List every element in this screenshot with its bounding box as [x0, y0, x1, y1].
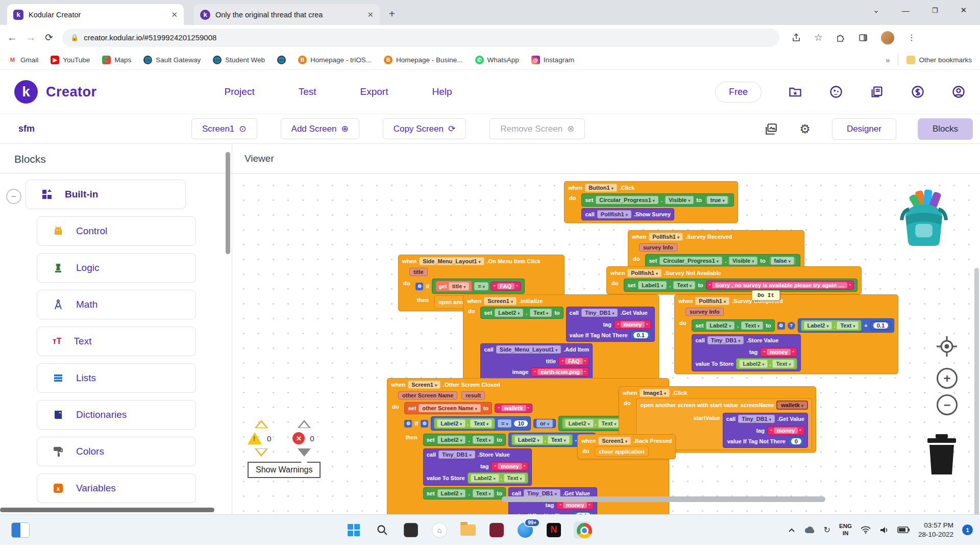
tray-chevron-icon[interactable] [788, 528, 795, 533]
community-icon[interactable] [829, 85, 843, 99]
string-block[interactable]: FAQ [558, 357, 589, 366]
tinydb-store-value-block[interactable]: callTiny_DB1.Store Value tagmoney value … [423, 448, 532, 486]
new-tab-button[interactable]: + [389, 8, 395, 20]
category-dictionaries[interactable]: Dictionaries [37, 400, 196, 430]
monetize-icon[interactable] [911, 85, 925, 99]
notification-badge[interactable]: 1 [962, 524, 973, 535]
trash-icon[interactable] [922, 433, 961, 476]
string-block[interactable]: money [614, 320, 651, 329]
profile-avatar[interactable] [881, 31, 894, 44]
event-param[interactable]: survey Info [639, 243, 677, 252]
zoom-in-button[interactable]: + [937, 368, 958, 389]
start-button[interactable] [345, 521, 362, 539]
blocks-toggle-button[interactable]: Blocks [918, 118, 973, 140]
category-built-in[interactable]: Built-in [26, 180, 186, 209]
wifi-icon[interactable] [861, 526, 871, 534]
event-param[interactable]: title [409, 268, 428, 276]
math-plus-block[interactable]: Label2.Text + 0.1 [798, 318, 895, 333]
help-icon[interactable]: ? [788, 322, 795, 330]
menu-help[interactable]: Help [432, 86, 452, 97]
or-block[interactable]: or [533, 419, 556, 428]
getter-block[interactable]: Label2.Text [736, 358, 797, 369]
tab-close-icon[interactable]: ✕ [367, 10, 374, 19]
taskbar-chrome-icon-active[interactable] [574, 521, 591, 539]
tinydb-get-value-block[interactable]: callTiny_DB1.Get Value tagmoney value If… [566, 307, 655, 342]
error-down-icon[interactable] [298, 448, 311, 457]
taskbar-maroon-app-icon[interactable] [488, 521, 505, 539]
getter-block[interactable]: Label2.Text [801, 320, 862, 331]
mutator-gear-icon[interactable]: ⚙ [421, 420, 428, 428]
viewer-scrollbar-horizontal[interactable] [502, 496, 825, 502]
bookmark-whatsapp[interactable]: ✆WhatsApp [475, 56, 519, 64]
sidebar-scrollbar-horizontal[interactable] [0, 508, 214, 512]
forward-icon[interactable]: → [26, 32, 36, 43]
page-scrollbar-vertical[interactable] [974, 268, 979, 518]
plan-badge[interactable]: Free [715, 82, 762, 103]
event-param[interactable]: survey Info [685, 308, 724, 316]
block-when-pollfish-survey-not-available[interactable]: whenPollfish1.Survey Not Available do se… [606, 266, 862, 294]
designer-toggle-button[interactable]: Designer [832, 118, 896, 140]
bookmark-gmail[interactable]: MGmail [8, 56, 38, 64]
maximize-icon[interactable]: ❐ [932, 7, 938, 14]
taskbar-netflix-icon[interactable]: N [545, 521, 562, 539]
number-block[interactable]: 0 [788, 437, 804, 446]
category-text[interactable]: ᴛT Text [37, 327, 196, 356]
copy-screen-button[interactable]: Copy Screen⟳ [383, 118, 467, 139]
getter-block[interactable]: Label2.Text [511, 434, 573, 445]
string-block[interactable]: earth-icon.png [531, 367, 589, 377]
mutator-gear-icon[interactable]: ⚙ [415, 283, 423, 290]
bookmark-sault-gateway[interactable]: 🌐Sault Gateway [143, 56, 201, 64]
tab-search-chevron-icon[interactable]: ⌄ [873, 6, 879, 15]
bookmark-homepage-busine[interactable]: BHomepage - Busine... [384, 56, 463, 64]
share-icon[interactable] [792, 33, 801, 42]
event-param[interactable]: result [461, 391, 485, 399]
set-variable-block[interactable]: setother Screen Nameto [404, 402, 492, 414]
close-application-block[interactable]: close application [595, 446, 648, 457]
back-icon[interactable]: ← [7, 32, 17, 43]
event-param[interactable]: other Screen Name [398, 391, 457, 399]
string-block[interactable]: money [767, 426, 804, 435]
category-colors[interactable]: Colors [37, 437, 196, 466]
tab-close-icon[interactable]: ✕ [171, 10, 178, 19]
get-variable-block[interactable]: gettitle [435, 281, 472, 292]
taskbar-clock[interactable]: 03:57 PM28-10-2022 [918, 521, 953, 539]
bookmark-globe-only[interactable]: 🌐 [277, 56, 286, 64]
project-folder-icon[interactable] [788, 85, 802, 99]
category-control[interactable]: Control [37, 216, 196, 246]
screen-select-button[interactable]: Screen1⊙ [191, 118, 257, 139]
block-when-button1-click[interactable]: whenButton1.Click do setCircular_Progres… [564, 181, 738, 223]
mutator-gear-icon[interactable]: ⚙ [777, 322, 785, 330]
kodular-logo[interactable]: k [14, 80, 38, 104]
string-block[interactable]: FAQ [491, 282, 521, 291]
volume-icon[interactable] [879, 526, 889, 534]
bookmark-star-icon[interactable]: ☆ [814, 32, 823, 43]
backpack-icon[interactable] [893, 188, 954, 248]
taskbar-file-explorer-icon[interactable] [459, 521, 477, 539]
warning-down-icon[interactable] [255, 448, 268, 457]
mutator-gear-icon[interactable]: ⚙ [404, 420, 412, 428]
block-when-pollfish-survey-received[interactable]: whenPollfish1.Survey Received survey Inf… [628, 230, 804, 270]
add-screen-button[interactable]: Add Screen⊕ [281, 118, 359, 139]
math-compare-block[interactable]: Label2.Text = 10 [431, 416, 530, 431]
error-up-icon[interactable] [298, 420, 311, 428]
category-logic[interactable]: Logic [37, 253, 196, 283]
bookmarks-overflow-chevron[interactable]: » [886, 56, 890, 64]
battery-icon[interactable] [897, 527, 910, 533]
block-when-pollfish-survey-completed[interactable]: whenPollfish1.Survey Completed survey In… [674, 294, 898, 374]
taskbar-search-icon[interactable] [374, 521, 391, 539]
center-blocks-crosshair-icon[interactable] [936, 335, 958, 358]
side-panel-icon[interactable] [859, 33, 868, 42]
widgets-icon[interactable] [11, 522, 30, 538]
menu-export[interactable]: Export [360, 86, 388, 97]
extensions-puzzle-icon[interactable] [836, 33, 845, 42]
bookmark-student-web[interactable]: 🌐Student Web [213, 56, 265, 64]
string-block[interactable]: money [760, 347, 797, 357]
number-block[interactable]: 0.1 [630, 331, 651, 340]
string-block[interactable]: Sorry , no survey is available please tr… [706, 281, 854, 290]
settings-gear-icon[interactable]: ⚙ [799, 122, 811, 136]
other-bookmarks[interactable]: Other bookmarks [906, 56, 972, 64]
string-block[interactable]: walletk [495, 404, 532, 413]
category-variables[interactable]: x Variables [37, 473, 196, 503]
remove-screen-button[interactable]: Remove Screen⊗ [489, 118, 585, 139]
bookmark-instagram[interactable]: ◎Instagram [531, 56, 574, 64]
